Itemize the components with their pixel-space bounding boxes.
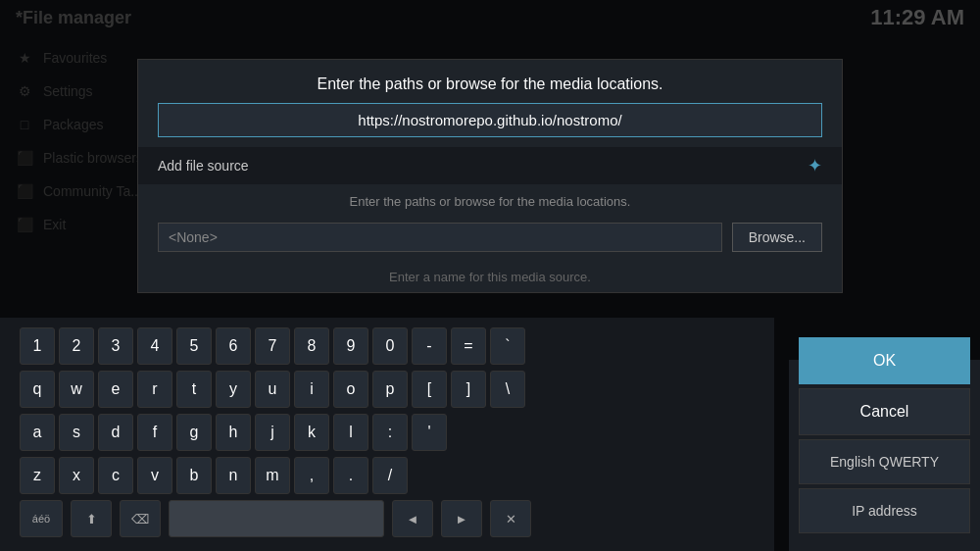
clear-key[interactable]: ✕	[490, 500, 531, 537]
key-x[interactable]: x	[59, 457, 94, 494]
key-a[interactable]: a	[20, 414, 55, 451]
key-1[interactable]: 1	[20, 327, 55, 365]
keyboard-layout-button[interactable]: English QWERTY	[799, 439, 970, 484]
right-arrow-key[interactable]: ►	[441, 500, 482, 537]
key-backslash[interactable]: \	[490, 371, 525, 408]
key-f[interactable]: f	[137, 414, 172, 451]
ok-button[interactable]: OK	[799, 337, 970, 384]
kodi-icon: ✦	[808, 155, 822, 176]
key-c[interactable]: c	[98, 457, 133, 494]
keyboard-bottom-row: áéö ⬆ ⌫ ◄ ► ✕	[20, 500, 755, 537]
key-equals[interactable]: =	[451, 327, 486, 365]
backspace-key[interactable]: ⌫	[120, 500, 161, 537]
path-hint: Enter the paths or browse for the media …	[138, 184, 842, 219]
key-o[interactable]: o	[333, 371, 368, 408]
key-q[interactable]: q	[20, 371, 55, 408]
key-minus[interactable]: -	[412, 327, 447, 365]
key-y[interactable]: y	[216, 371, 251, 408]
key-w[interactable]: w	[59, 371, 94, 408]
url-input[interactable]: https://nostromorepo.github.io/nostromo/	[158, 103, 822, 137]
subheader-label: Add file source	[158, 158, 249, 174]
key-e[interactable]: e	[98, 371, 133, 408]
key-period[interactable]: .	[333, 457, 368, 494]
key-5[interactable]: 5	[176, 327, 212, 365]
cancel-button[interactable]: Cancel	[799, 388, 970, 435]
key-rbracket[interactable]: ]	[451, 371, 486, 408]
key-m[interactable]: m	[255, 457, 290, 494]
key-i[interactable]: i	[294, 371, 329, 408]
name-hint: Enter a name for this media source.	[138, 262, 842, 292]
right-action-panel: OK Cancel English QWERTY IP address	[789, 360, 980, 551]
key-h[interactable]: h	[216, 414, 251, 451]
key-8[interactable]: 8	[294, 327, 329, 365]
space-key[interactable]	[169, 500, 384, 537]
key-t[interactable]: t	[176, 371, 212, 408]
key-s[interactable]: s	[59, 414, 94, 451]
key-k[interactable]: k	[294, 414, 329, 451]
add-file-source-dialog: Enter the paths or browse for the media …	[137, 59, 843, 293]
key-quote[interactable]: '	[412, 414, 447, 451]
ip-address-button[interactable]: IP address	[799, 488, 970, 533]
dialog-header: Enter the paths or browse for the media …	[138, 60, 842, 103]
keyboard-row-3: a s d f g h j k l : '	[20, 414, 755, 451]
key-p[interactable]: p	[372, 371, 408, 408]
key-v[interactable]: v	[137, 457, 172, 494]
key-j[interactable]: j	[255, 414, 290, 451]
key-z[interactable]: z	[20, 457, 55, 494]
browse-row: <None> Browse...	[138, 219, 842, 262]
key-9[interactable]: 9	[333, 327, 368, 365]
key-3[interactable]: 3	[98, 327, 133, 365]
key-l[interactable]: l	[333, 414, 368, 451]
key-slash[interactable]: /	[372, 457, 408, 494]
path-field[interactable]: <None>	[158, 223, 722, 252]
symbols-key[interactable]: áéö	[20, 500, 63, 537]
key-6[interactable]: 6	[216, 327, 251, 365]
keyboard-row-4: z x c v b n m , . /	[20, 457, 755, 494]
virtual-keyboard: 1 2 3 4 5 6 7 8 9 0 - = ` q w e r t y u …	[0, 318, 774, 551]
keyboard-row-1: 1 2 3 4 5 6 7 8 9 0 - = `	[20, 327, 755, 365]
key-0[interactable]: 0	[372, 327, 408, 365]
shift-key[interactable]: ⬆	[71, 500, 112, 537]
key-g[interactable]: g	[176, 414, 212, 451]
key-n[interactable]: n	[216, 457, 251, 494]
keyboard-row-2: q w e r t y u i o p [ ] \	[20, 371, 755, 408]
key-b[interactable]: b	[176, 457, 212, 494]
key-colon[interactable]: :	[372, 414, 408, 451]
key-7[interactable]: 7	[255, 327, 290, 365]
key-lbracket[interactable]: [	[412, 371, 447, 408]
key-comma[interactable]: ,	[294, 457, 329, 494]
key-u[interactable]: u	[255, 371, 290, 408]
key-r[interactable]: r	[137, 371, 172, 408]
key-2[interactable]: 2	[59, 327, 94, 365]
browse-button[interactable]: Browse...	[732, 223, 822, 252]
key-d[interactable]: d	[98, 414, 133, 451]
key-backtick[interactable]: `	[490, 327, 525, 365]
dialog-subheader: Add file source ✦	[138, 147, 842, 184]
key-4[interactable]: 4	[137, 327, 172, 365]
left-arrow-key[interactable]: ◄	[392, 500, 433, 537]
